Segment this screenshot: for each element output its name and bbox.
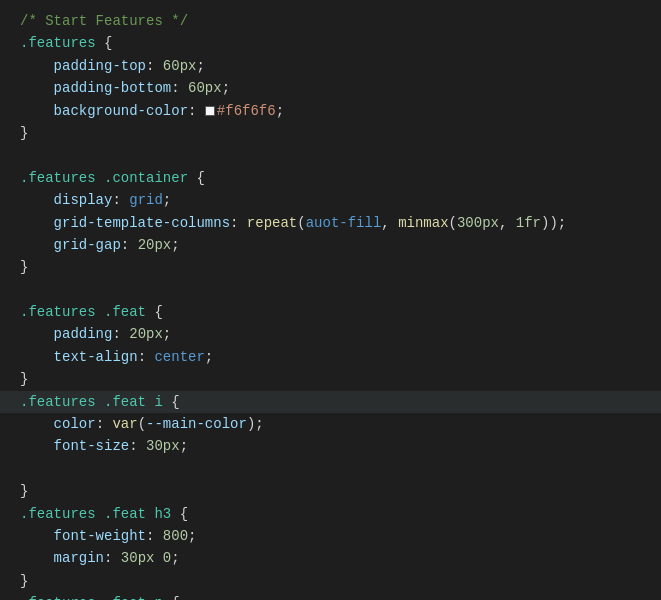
token-plain: : [188,100,205,122]
token-plain [180,391,188,413]
code-line: grid-gap: 20px; [0,234,661,256]
token-plain: : [146,525,163,547]
token-comment: /* Start Features */ [20,10,188,32]
token-plain [20,346,54,368]
token-value-num: 300px [457,212,499,234]
token-value-str: #f6f6f6 [217,100,276,122]
token-plain [20,100,54,122]
code-line: background-color: #f6f6f6; [0,100,661,122]
code-line: padding-bottom: 60px; [0,77,661,99]
token-value-num: 30px [121,547,155,569]
token-plain [20,189,54,211]
token-plain: : [230,212,247,234]
token-value-num: 800 [163,525,188,547]
token-value-num: 60px [163,55,197,77]
token-value-num: 1fr [516,212,541,234]
token-plain: ( [297,212,305,234]
token-plain: : [171,77,188,99]
code-line: .features .feat i { [0,391,661,413]
token-plain [20,525,54,547]
code-line: color: var(--main-color); [0,413,661,435]
code-line: .features { [0,32,661,54]
token-plain: { [146,301,163,323]
token-plain: ; [171,547,179,569]
code-line: padding: 20px; [0,323,661,345]
token-plain: ; [180,435,188,457]
code-line: .features .feat p { [0,592,661,600]
token-property: text-align [54,346,138,368]
token-plain [20,234,54,256]
token-plain: ( [449,212,457,234]
token-property: margin [54,547,104,569]
code-line: grid-template-columns: repeat(auot-fill,… [0,212,661,234]
code-line: } [0,368,661,390]
code-line: } [0,256,661,278]
token-plain [20,77,54,99]
color-swatch-icon [205,106,215,116]
code-line: } [0,122,661,144]
token-property: background-color [54,100,188,122]
token-plain: } [20,256,28,278]
token-repeat-fn: var [112,413,137,435]
token-plain: ; [205,346,213,368]
token-selector: .features [20,32,96,54]
token-plain: ; [163,189,171,211]
token-plain: } [20,122,28,144]
token-selector: .features .feat [20,301,146,323]
token-plain: : [112,323,129,345]
token-plain: ; [196,55,204,77]
code-line: .features .feat h3 { [0,503,661,525]
token-plain: ; [188,525,196,547]
code-line: } [0,480,661,502]
token-plain: { [96,32,113,54]
token-repeat-fn: minmax [398,212,448,234]
token-selector: .features .container [20,167,188,189]
token-property: padding-bottom [54,77,172,99]
token-plain: } [20,368,28,390]
token-plain: } [20,480,28,502]
token-plain: : [104,547,121,569]
token-plain: : [96,413,113,435]
code-editor: /* Start Features */.features { padding-… [0,0,661,600]
code-line: margin: 30px 0; [0,547,661,569]
token-property: color [54,413,96,435]
code-line: } [0,570,661,592]
code-line: font-weight: 800; [0,525,661,547]
token-value-keyword: center [154,346,204,368]
token-plain: : [146,55,163,77]
code-line: /* Start Features */ [0,10,661,32]
code-line: text-align: center; [0,346,661,368]
token-plain: : [129,435,146,457]
token-plain: { [188,167,205,189]
token-plain: ); [247,413,264,435]
code-line [0,279,661,301]
code-line: .features .feat { [0,301,661,323]
token-plain [20,55,54,77]
token-value-num: 60px [188,77,222,99]
token-plain: ; [222,77,230,99]
token-property: grid-gap [54,234,121,256]
code-line: font-size: 30px; [0,435,661,457]
code-line [0,458,661,480]
token-property: display [54,189,113,211]
token-property: grid-template-columns [54,212,230,234]
token-plain: ; [276,100,284,122]
token-value-num: 20px [129,323,163,345]
token-property: font-size [54,435,130,457]
token-plain: ( [138,413,146,435]
code-line [0,144,661,166]
token-value-num: 20px [138,234,172,256]
token-plain: { [163,391,180,413]
token-plain: : [138,346,155,368]
token-plain [20,212,54,234]
code-line: padding-top: 60px; [0,55,661,77]
token-plain [20,547,54,569]
token-plain: { [171,503,188,525]
token-plain: , [381,212,398,234]
token-value-keyword: auot-fill [306,212,382,234]
token-selector: .features .feat i [20,391,163,413]
token-plain: ; [171,234,179,256]
token-plain [154,547,162,569]
token-value-keyword: grid [129,189,163,211]
token-selector: .features .feat p [20,592,163,600]
